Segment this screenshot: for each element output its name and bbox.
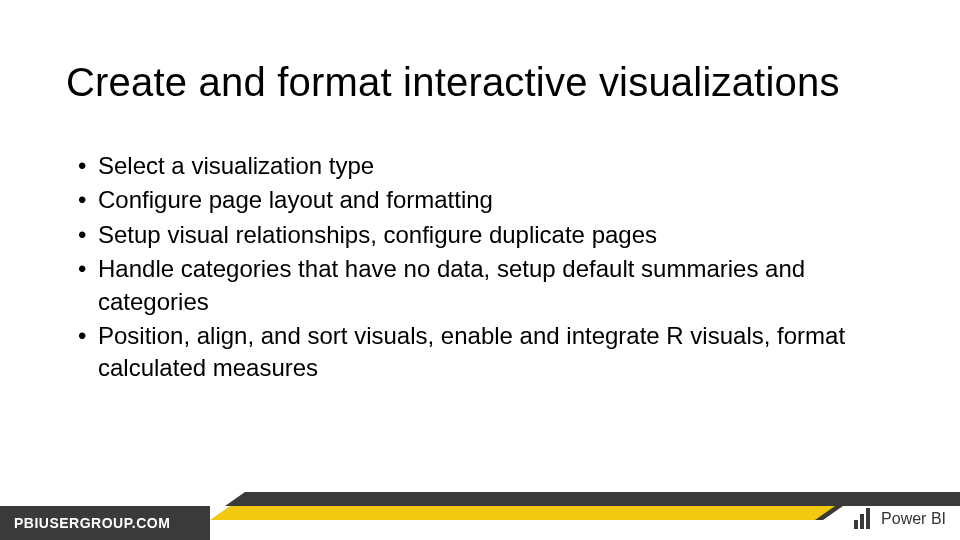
svg-rect-6 — [866, 508, 870, 529]
site-box: PBIUSERGROUP.COM — [0, 506, 210, 540]
site-label: PBIUSERGROUP.COM — [14, 515, 170, 531]
svg-marker-1 — [225, 492, 960, 506]
brand-label: Power BI — [881, 510, 946, 528]
footer: PBIUSERGROUP.COM Power BI — [0, 486, 960, 540]
slide-title: Create and format interactive visualizat… — [66, 60, 840, 105]
powerbi-icon — [853, 508, 873, 530]
list-item: Configure page layout and formatting — [78, 184, 898, 216]
list-item: Handle categories that have no data, set… — [78, 253, 898, 318]
svg-rect-4 — [854, 520, 858, 529]
brand: Power BI — [853, 508, 946, 530]
bullet-list: Select a visualization type Configure pa… — [78, 150, 898, 387]
svg-rect-5 — [860, 514, 864, 529]
list-item: Position, align, and sort visuals, enabl… — [78, 320, 898, 385]
list-item: Setup visual relationships, configure du… — [78, 219, 898, 251]
list-item: Select a visualization type — [78, 150, 898, 182]
